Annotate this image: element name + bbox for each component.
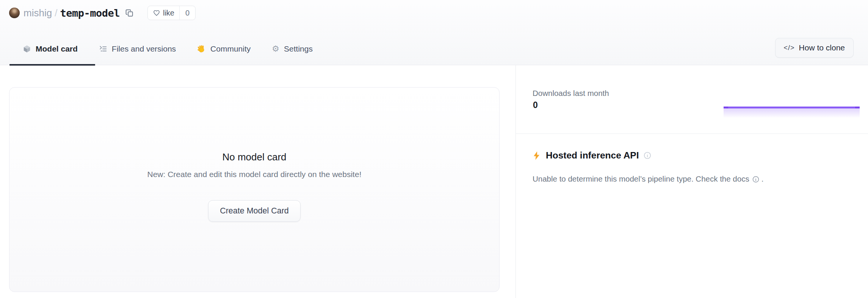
- files-list-icon: [99, 45, 107, 53]
- tab-label: Model card: [36, 44, 78, 53]
- breadcrumb: mishig / temp-model like 0: [9, 5, 196, 21]
- hosted-inference-title: Hosted inference API: [546, 150, 639, 161]
- sparkline-gradient-fill: [724, 108, 860, 118]
- sidebar-section-divider: [516, 133, 868, 134]
- tab-label: Community: [210, 44, 251, 53]
- no-model-card-subtitle: New: Create and edit this model card dir…: [147, 170, 362, 179]
- docs-info-icon[interactable]: [752, 176, 760, 183]
- tab-bar: Model card Files and versions: [23, 33, 313, 64]
- like-label: like: [163, 9, 174, 17]
- active-tab-underline: [9, 64, 95, 66]
- lightning-bolt-icon: [532, 151, 541, 161]
- breadcrumb-separator: /: [55, 7, 57, 19]
- downloads-sparkline-chart: [724, 106, 860, 118]
- like-widget: like 0: [147, 6, 196, 20]
- tab-settings[interactable]: ⚙ Settings: [272, 44, 313, 53]
- pipeline-warning-message: Unable to determine this model’s pipelin…: [533, 174, 763, 184]
- owner-link[interactable]: mishig: [24, 7, 52, 19]
- how-to-clone-button[interactable]: </> How to clone: [775, 38, 854, 58]
- content-vertical-divider: [515, 65, 516, 298]
- model-name: temp-model: [60, 7, 120, 19]
- tab-community[interactable]: Community: [197, 44, 251, 53]
- no-model-card-panel: No model card New: Create and edit this …: [9, 87, 500, 292]
- avatar[interactable]: [9, 8, 20, 18]
- like-button[interactable]: like: [148, 6, 179, 20]
- info-icon[interactable]: [643, 151, 652, 160]
- tab-label: Files and versions: [112, 44, 176, 53]
- code-icon: </>: [784, 44, 795, 52]
- downloads-label: Downloads last month: [533, 89, 609, 98]
- hosted-inference-header: Hosted inference API: [532, 150, 652, 161]
- downloads-value: 0: [533, 100, 538, 110]
- tab-files-and-versions[interactable]: Files and versions: [99, 44, 176, 53]
- model-page: mishig / temp-model like 0: [0, 0, 868, 298]
- pipeline-warning-text: Unable to determine this model’s pipelin…: [533, 174, 749, 183]
- create-model-card-button[interactable]: Create Model Card: [208, 200, 301, 222]
- tab-model-card[interactable]: Model card: [23, 44, 78, 53]
- heart-icon: [153, 9, 160, 17]
- cube-icon: [23, 45, 31, 53]
- how-to-clone-label: How to clone: [799, 43, 845, 52]
- page-header: mishig / temp-model like 0: [0, 0, 868, 65]
- waving-hand-icon: [197, 45, 206, 53]
- copy-icon[interactable]: [125, 9, 134, 17]
- like-count[interactable]: 0: [179, 6, 195, 20]
- no-model-card-title: No model card: [222, 151, 286, 163]
- gear-icon: ⚙: [272, 45, 279, 53]
- pipeline-warning-period: .: [761, 174, 764, 183]
- tab-label: Settings: [284, 44, 313, 53]
